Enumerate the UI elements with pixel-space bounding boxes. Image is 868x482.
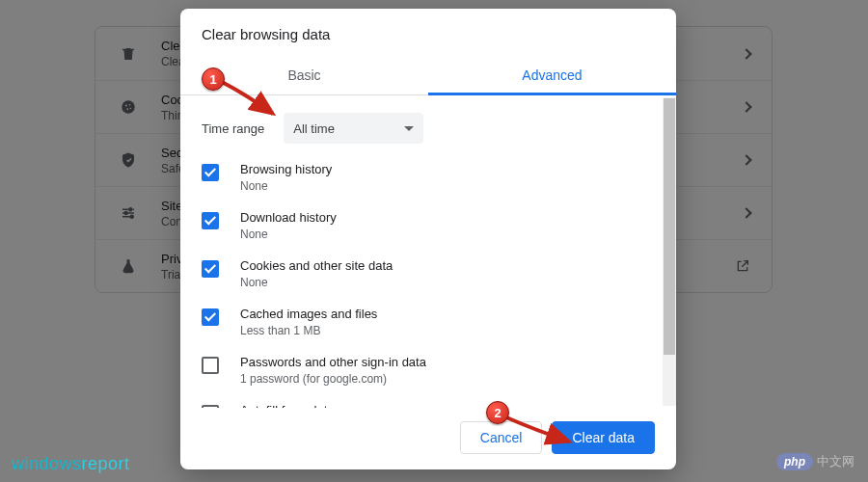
option-sub: Less than 1 MB xyxy=(240,324,377,337)
clear-browsing-data-dialog: Clear browsing data Basic Advanced Time … xyxy=(180,9,676,469)
option-title: Autofill form data xyxy=(240,403,335,408)
dialog-footer: Cancel Clear data xyxy=(180,408,676,469)
watermark-text: windows xyxy=(12,454,82,473)
time-range-select[interactable]: All time xyxy=(284,113,423,144)
option-title: Cookies and other site data xyxy=(240,258,393,273)
option-passwords[interactable]: Passwords and other sign-in data 1 passw… xyxy=(180,346,663,394)
checkbox[interactable] xyxy=(202,357,219,374)
scrollbar-thumb[interactable] xyxy=(664,98,675,355)
time-range-row: Time range All time xyxy=(180,95,663,153)
option-cookies[interactable]: Cookies and other site data None xyxy=(180,250,663,298)
annotation-marker-2: 2 xyxy=(486,401,509,424)
cancel-button[interactable]: Cancel xyxy=(460,421,543,454)
tab-advanced[interactable]: Advanced xyxy=(428,56,676,94)
option-title: Passwords and other sign-in data xyxy=(240,355,426,369)
watermark-text: report xyxy=(82,454,130,473)
option-title: Cached images and files xyxy=(240,307,377,321)
dialog-body: Time range All time Browsing history Non… xyxy=(180,95,676,408)
option-title: Browsing history xyxy=(240,162,332,176)
scrollbar[interactable] xyxy=(663,97,676,406)
watermark-windowsreport: windowsreport xyxy=(12,454,130,474)
dialog-scroll-area[interactable]: Time range All time Browsing history Non… xyxy=(180,95,663,408)
option-sub: None xyxy=(240,228,337,241)
annotation-marker-1: 1 xyxy=(202,67,225,91)
checkbox[interactable] xyxy=(202,260,219,278)
time-range-label: Time range xyxy=(202,121,264,136)
caret-down-icon xyxy=(404,126,414,131)
watermark-pill: php xyxy=(776,453,813,470)
checkbox[interactable] xyxy=(202,212,219,229)
clear-data-button[interactable]: Clear data xyxy=(552,421,655,454)
dialog-title: Clear browsing data xyxy=(180,9,676,56)
option-sub: None xyxy=(240,179,332,193)
option-browsing-history[interactable]: Browsing history None xyxy=(180,153,663,201)
checkbox[interactable] xyxy=(202,308,219,326)
option-cached-images[interactable]: Cached images and files Less than 1 MB xyxy=(180,298,663,346)
option-title: Download history xyxy=(240,210,337,225)
watermark-cn: 中文网 xyxy=(817,453,854,470)
checkbox[interactable] xyxy=(202,164,219,181)
option-autofill[interactable]: Autofill form data xyxy=(180,394,663,408)
option-download-history[interactable]: Download history None xyxy=(180,201,663,250)
watermark-php-cn: php 中文网 xyxy=(776,453,854,470)
option-sub: 1 password (for google.com) xyxy=(240,372,426,386)
option-sub: None xyxy=(240,276,393,289)
checkbox[interactable] xyxy=(202,405,219,408)
time-range-value: All time xyxy=(293,121,335,136)
dialog-tabs: Basic Advanced xyxy=(180,56,676,95)
